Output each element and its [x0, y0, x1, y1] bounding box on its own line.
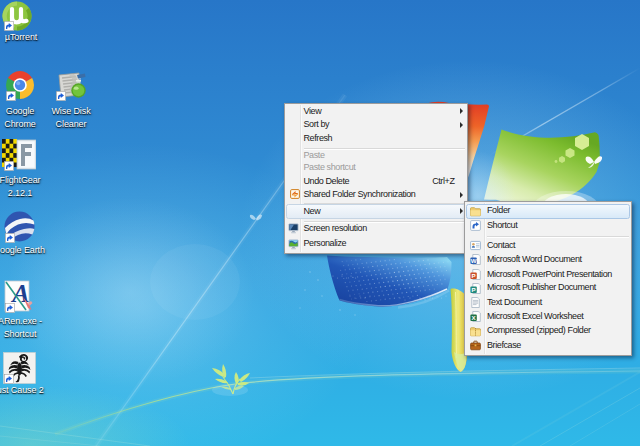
svg-text:P: P [472, 285, 476, 292]
svg-text:P: P [472, 271, 476, 278]
svg-text:W: W [471, 257, 477, 264]
